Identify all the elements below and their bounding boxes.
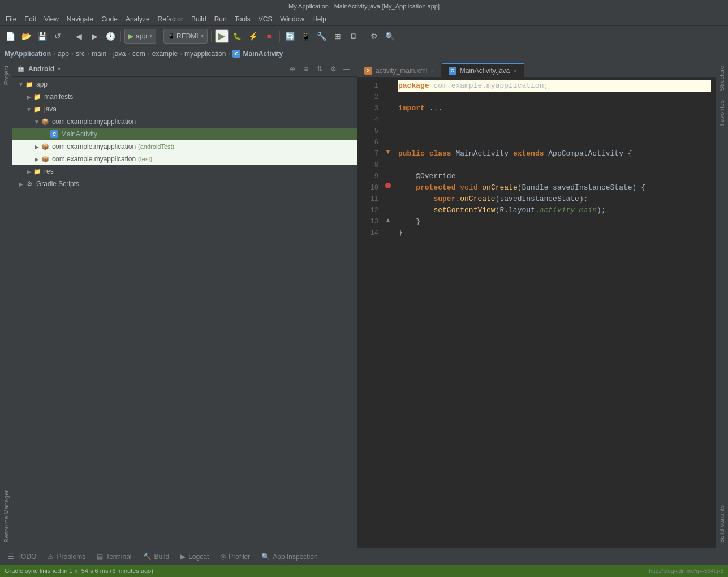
- bottom-tab-appinspection[interactable]: 🔍 App Inspection: [256, 549, 323, 564]
- search-button[interactable]: 🔍: [384, 29, 397, 43]
- bottom-tab-logcat[interactable]: ▶ Logcat: [175, 549, 214, 564]
- panel-locate-btn[interactable]: ⊕: [287, 63, 298, 75]
- expand-arrow-package-main[interactable]: ▼: [33, 118, 41, 126]
- gutter-4: [382, 112, 394, 123]
- tree-item-package-test[interactable]: ▶ 📦 com.example.myapplication (test): [12, 153, 357, 165]
- menu-refactor[interactable]: Refactor: [154, 14, 187, 24]
- panel-close-btn[interactable]: —: [341, 63, 352, 75]
- profile-button[interactable]: ⚡: [247, 29, 260, 43]
- app-dropdown[interactable]: ▶ app ▾: [124, 29, 156, 44]
- profiler-label: Profiler: [229, 553, 250, 561]
- tree-item-package-main[interactable]: ▼ 📦 com.example.myapplication: [12, 115, 357, 128]
- expand-arrow-res[interactable]: ▶: [25, 167, 33, 175]
- menu-navigate[interactable]: Navigate: [63, 14, 97, 24]
- menu-window[interactable]: Window: [277, 14, 308, 24]
- breadcrumb-java[interactable]: java: [113, 50, 126, 58]
- toolbar-refresh-btn[interactable]: ↺: [51, 29, 64, 43]
- breadcrumb-main[interactable]: main: [92, 50, 106, 58]
- line-num-14: 14: [357, 227, 378, 239]
- appinspection-icon: 🔍: [261, 553, 270, 561]
- bottom-tab-problems[interactable]: ⚠ Problems: [42, 549, 91, 564]
- breadcrumb-com[interactable]: com: [132, 50, 145, 58]
- panel-collapse-btn[interactable]: ≡: [300, 63, 312, 75]
- tree-item-manifests[interactable]: ▶ 📁 manifests: [12, 91, 357, 103]
- menu-vcs[interactable]: VCS: [255, 14, 276, 24]
- stop-button[interactable]: ■: [262, 29, 276, 43]
- file-tree: ▼ 📁 app ▶ 📁 manifests ▼ 📁 java ▼: [12, 77, 357, 548]
- line-num-3: 3: [357, 103, 378, 114]
- panel-settings-btn[interactable]: ⚙: [328, 63, 339, 75]
- toolbar-forward-btn[interactable]: ▶: [88, 29, 101, 43]
- settings-button[interactable]: ⚙: [368, 29, 381, 43]
- toolbar-recent-btn[interactable]: 🕐: [104, 29, 117, 43]
- package-icon-androidtest: 📦: [41, 142, 50, 151]
- menu-run[interactable]: Run: [211, 14, 230, 24]
- menu-analyze[interactable]: Analyze: [122, 14, 153, 24]
- fold-close-13[interactable]: ▲: [385, 217, 391, 223]
- breadcrumb-src[interactable]: src: [76, 50, 85, 58]
- tab-mainactivity-java[interactable]: C MainActivity.java ×: [442, 63, 524, 77]
- tree-label-gradle: Gradle Scripts: [36, 180, 79, 188]
- sync-button[interactable]: 🔄: [283, 29, 297, 43]
- profiler-icon: ◎: [220, 553, 226, 561]
- expand-arrow-java[interactable]: ▼: [25, 105, 33, 113]
- bottom-tab-todo[interactable]: ☰ TODO: [2, 549, 42, 564]
- tree-item-gradle[interactable]: ▶ ⚙ Gradle Scripts: [12, 178, 357, 190]
- build-variants-label[interactable]: Build Variants: [716, 501, 728, 548]
- favorites-label[interactable]: Favorites: [716, 96, 728, 130]
- menu-build[interactable]: Build: [188, 14, 210, 24]
- breakpoint-10[interactable]: [385, 183, 391, 188]
- code-line-2: [398, 92, 711, 103]
- layout-button[interactable]: ⊞: [331, 29, 344, 43]
- toolbar-save-btn[interactable]: 💾: [35, 29, 49, 43]
- code-line-10: protected void onCreate(Bundle savedInst…: [398, 182, 711, 193]
- tree-item-package-androidtest[interactable]: ▶ 📦 com.example.myapplication (androidTe…: [12, 140, 357, 153]
- menu-file[interactable]: File: [2, 14, 20, 24]
- menu-view[interactable]: View: [41, 14, 62, 24]
- sdk-button[interactable]: 🔧: [315, 29, 329, 43]
- debug-button[interactable]: 🐛: [231, 29, 244, 43]
- device-manager-button[interactable]: 🖥: [347, 29, 360, 43]
- tree-item-java[interactable]: ▼ 📁 java: [12, 103, 357, 115]
- expand-arrow-manifests[interactable]: ▶: [25, 93, 33, 101]
- status-url: http://blog-cdn.me/q=-594fg-8: [649, 568, 723, 574]
- breadcrumb-myapplication[interactable]: MyApplication: [5, 50, 51, 58]
- project-panel: 🤖 Android ▾ ⊕ ≡ ⇅ ⚙ — ▼ 📁 app ▶: [12, 61, 357, 548]
- breadcrumb-myapplication2[interactable]: myapplication: [184, 50, 226, 58]
- xml-tab-icon: X: [364, 67, 372, 75]
- breadcrumb-mainactivity[interactable]: C MainActivity: [232, 50, 283, 58]
- code-editor: 1 2 3 4 5 6 7 8 9 10 11 12 13 14: [357, 78, 716, 548]
- structure-label[interactable]: Structure: [716, 61, 728, 96]
- tree-item-res[interactable]: ▶ 📁 res: [12, 165, 357, 178]
- tab-close-xml[interactable]: ×: [430, 67, 434, 74]
- resource-manager-label[interactable]: Resource Manager: [0, 485, 12, 548]
- tree-item-app[interactable]: ▼ 📁 app: [12, 78, 357, 91]
- expand-arrow-gradle[interactable]: ▶: [17, 180, 25, 188]
- expand-arrow-app[interactable]: ▼: [17, 80, 25, 88]
- bottom-tab-terminal[interactable]: ▤ Terminal: [91, 549, 137, 564]
- code-content[interactable]: package com.example.myapplication; impor…: [394, 78, 716, 548]
- tab-close-java[interactable]: ×: [513, 67, 516, 74]
- breadcrumb-example[interactable]: example: [152, 50, 178, 58]
- menu-code[interactable]: Code: [98, 14, 121, 24]
- toolbar-open-btn[interactable]: 📂: [19, 29, 33, 43]
- project-panel-label[interactable]: Project: [0, 61, 12, 89]
- code-line-8: [398, 160, 711, 171]
- toolbar-back-btn[interactable]: ◀: [72, 29, 85, 43]
- expand-arrow-test[interactable]: ▶: [33, 155, 41, 163]
- breadcrumb-app[interactable]: app: [58, 50, 69, 58]
- menu-tools[interactable]: Tools: [231, 14, 254, 24]
- run-button[interactable]: ▶: [215, 29, 229, 43]
- panel-sort-btn[interactable]: ⇅: [314, 63, 325, 75]
- toolbar-new-btn[interactable]: 📄: [3, 29, 17, 43]
- tree-item-mainactivity[interactable]: C MainActivity: [12, 128, 357, 140]
- device-dropdown[interactable]: 📱 REDMI ▾: [163, 29, 208, 44]
- bottom-tab-build[interactable]: 🔨 Build: [137, 549, 175, 564]
- expand-arrow-androidtest[interactable]: ▶: [33, 143, 41, 150]
- avd-button[interactable]: 📱: [299, 29, 313, 43]
- menu-edit[interactable]: Edit: [21, 14, 40, 24]
- menu-help[interactable]: Help: [309, 14, 330, 24]
- bottom-tab-profiler[interactable]: ◎ Profiler: [214, 549, 256, 564]
- tab-activity-main-xml[interactable]: X activity_main.xml ×: [357, 63, 442, 77]
- panel-dropdown-arrow[interactable]: ▾: [58, 66, 61, 72]
